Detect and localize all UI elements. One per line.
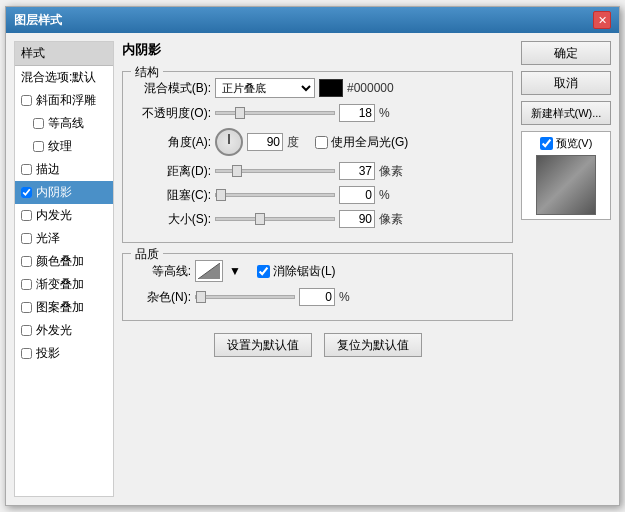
distance-slider[interactable]: [215, 169, 335, 173]
sidebar-checkbox-inner-glow[interactable]: [21, 210, 32, 221]
contour-label: 等高线:: [131, 263, 191, 280]
sidebar-item-bevel-label: 斜面和浮雕: [36, 92, 96, 109]
angle-unit: 度: [287, 134, 299, 151]
sidebar-checkbox-inner-shadow[interactable]: [21, 187, 32, 198]
sidebar-checkbox-color-overlay[interactable]: [21, 256, 32, 267]
dialog-body: 样式 混合选项:默认 斜面和浮雕 等高线 纹理 描边: [6, 33, 619, 505]
sidebar-checkbox-pattern-overlay[interactable]: [21, 302, 32, 313]
contour-thumbnail[interactable]: [195, 260, 223, 282]
preview-text: 预览(V): [556, 136, 593, 151]
size-input[interactable]: 90: [339, 210, 375, 228]
angle-label: 角度(A):: [131, 134, 211, 151]
preview-canvas: [536, 155, 596, 215]
noise-row: 杂色(N): 0 %: [131, 288, 504, 306]
sidebar-item-bevel[interactable]: 斜面和浮雕: [15, 89, 113, 112]
sidebar-item-contour-label: 等高线: [48, 115, 84, 132]
angle-dial[interactable]: [215, 128, 243, 156]
sidebar-item-texture[interactable]: 纹理: [15, 135, 113, 158]
sidebar-item-satin[interactable]: 光泽: [15, 227, 113, 250]
sidebar-item-texture-label: 纹理: [48, 138, 72, 155]
sidebar-item-pattern-overlay-label: 图案叠加: [36, 299, 84, 316]
sidebar-item-contour[interactable]: 等高线: [15, 112, 113, 135]
sidebar-item-inner-shadow-label: 内阴影: [36, 184, 72, 201]
sidebar-title: 样式: [15, 42, 113, 66]
size-label: 大小(S):: [131, 211, 211, 228]
distance-unit: 像素: [379, 163, 403, 180]
structure-title: 结构: [131, 64, 163, 81]
sidebar-item-blend-options[interactable]: 混合选项:默认: [15, 66, 113, 89]
sidebar-item-stroke[interactable]: 描边: [15, 158, 113, 181]
angle-input[interactable]: 90: [247, 133, 283, 151]
sidebar-item-pattern-overlay[interactable]: 图案叠加: [15, 296, 113, 319]
main-panel: 内阴影 结构 混合模式(B): 正片叠底 正常 溶解 滤色 叠加 #000000: [122, 41, 513, 497]
section-title: 内阴影: [122, 41, 513, 59]
noise-label: 杂色(N):: [131, 289, 191, 306]
antialias-checkbox[interactable]: [257, 265, 270, 278]
preview-box: 预览(V): [521, 131, 611, 220]
sidebar-item-stroke-label: 描边: [36, 161, 60, 178]
choke-input[interactable]: 0: [339, 186, 375, 204]
sidebar-item-gradient-overlay-label: 渐变叠加: [36, 276, 84, 293]
size-unit: 像素: [379, 211, 403, 228]
antialias-row[interactable]: 消除锯齿(L): [257, 263, 336, 280]
reset-default-button[interactable]: 复位为默认值: [324, 333, 422, 357]
blend-mode-row: 混合模式(B): 正片叠底 正常 溶解 滤色 叠加 #000000: [131, 78, 504, 98]
sidebar-checkbox-contour[interactable]: [33, 118, 44, 129]
sidebar-item-inner-glow[interactable]: 内发光: [15, 204, 113, 227]
opacity-label: 不透明度(O):: [131, 105, 211, 122]
choke-unit: %: [379, 188, 390, 202]
opacity-input[interactable]: 18: [339, 104, 375, 122]
size-row: 大小(S): 90 像素: [131, 210, 504, 228]
noise-input[interactable]: 0: [299, 288, 335, 306]
color-swatch[interactable]: [319, 79, 343, 97]
sidebar-checkbox-bevel[interactable]: [21, 95, 32, 106]
sidebar-item-satin-label: 光泽: [36, 230, 60, 247]
new-style-button[interactable]: 新建样式(W)...: [521, 101, 611, 125]
sidebar-item-color-overlay-label: 颜色叠加: [36, 253, 84, 270]
sidebar-checkbox-drop-shadow[interactable]: [21, 348, 32, 359]
bottom-buttons: 设置为默认值 复位为默认值: [122, 327, 513, 361]
sidebar-item-inner-glow-label: 内发光: [36, 207, 72, 224]
color-hex: #000000: [347, 81, 394, 95]
dialog-window: 图层样式 ✕ 样式 混合选项:默认 斜面和浮雕 等高线 纹理: [5, 6, 620, 506]
sidebar-checkbox-gradient-overlay[interactable]: [21, 279, 32, 290]
global-light-row[interactable]: 使用全局光(G): [315, 134, 408, 151]
structure-group: 结构 混合模式(B): 正片叠底 正常 溶解 滤色 叠加 #000000: [122, 71, 513, 243]
quality-group: 品质 等高线: ▼ 消除锯齿(L): [122, 253, 513, 321]
sidebar-checkbox-stroke[interactable]: [21, 164, 32, 175]
choke-row: 阻塞(C): 0 %: [131, 186, 504, 204]
cancel-button[interactable]: 取消: [521, 71, 611, 95]
blend-mode-label: 混合模式(B):: [131, 80, 211, 97]
ok-button[interactable]: 确定: [521, 41, 611, 65]
size-slider[interactable]: [215, 217, 335, 221]
sidebar-item-outer-glow-label: 外发光: [36, 322, 72, 339]
sidebar-item-drop-shadow-label: 投影: [36, 345, 60, 362]
sidebar-item-color-overlay[interactable]: 颜色叠加: [15, 250, 113, 273]
sidebar-item-gradient-overlay[interactable]: 渐变叠加: [15, 273, 113, 296]
contour-arrow[interactable]: ▼: [229, 264, 241, 278]
sidebar-item-outer-glow[interactable]: 外发光: [15, 319, 113, 342]
preview-label: 预览(V): [540, 136, 593, 151]
close-button[interactable]: ✕: [593, 11, 611, 29]
opacity-unit: %: [379, 106, 390, 120]
preview-checkbox[interactable]: [540, 137, 553, 150]
contour-row: 等高线: ▼ 消除锯齿(L): [131, 260, 504, 282]
title-bar: 图层样式 ✕: [6, 7, 619, 33]
opacity-slider[interactable]: [215, 111, 335, 115]
angle-row: 角度(A): 90 度 使用全局光(G): [131, 128, 504, 156]
noise-slider[interactable]: [195, 295, 295, 299]
antialias-label: 消除锯齿(L): [273, 263, 336, 280]
sidebar-item-inner-shadow[interactable]: 内阴影: [15, 181, 113, 204]
global-light-checkbox[interactable]: [315, 136, 328, 149]
set-default-button[interactable]: 设置为默认值: [214, 333, 312, 357]
sidebar-checkbox-satin[interactable]: [21, 233, 32, 244]
sidebar-checkbox-outer-glow[interactable]: [21, 325, 32, 336]
distance-label: 距离(D):: [131, 163, 211, 180]
dialog-title: 图层样式: [14, 12, 62, 29]
choke-slider[interactable]: [215, 193, 335, 197]
opacity-row: 不透明度(O): 18 %: [131, 104, 504, 122]
blend-mode-select[interactable]: 正片叠底 正常 溶解 滤色 叠加: [215, 78, 315, 98]
sidebar-checkbox-texture[interactable]: [33, 141, 44, 152]
sidebar-item-drop-shadow[interactable]: 投影: [15, 342, 113, 365]
distance-input[interactable]: 37: [339, 162, 375, 180]
